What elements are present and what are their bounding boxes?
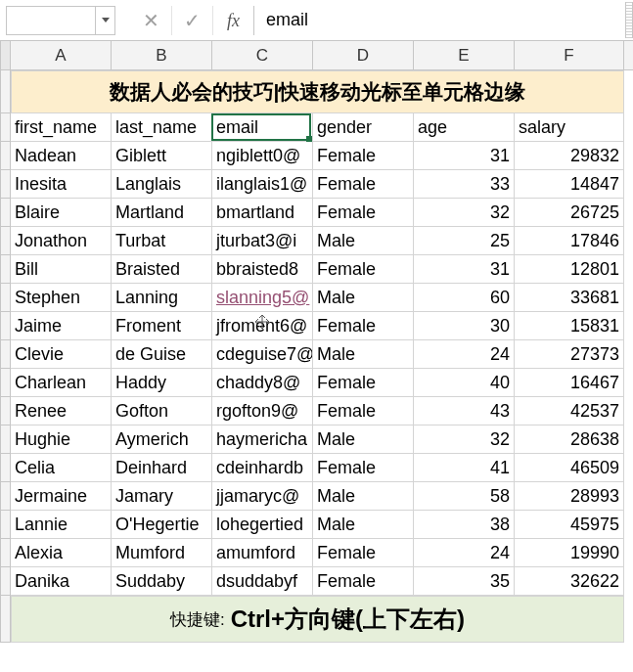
cell-gender[interactable]: Female — [313, 142, 414, 170]
cell-salary[interactable]: 45975 — [515, 511, 624, 539]
row-gutter[interactable] — [1, 397, 11, 426]
cell-last-name[interactable]: Deinhard — [112, 454, 212, 482]
col-header-E[interactable]: E — [414, 41, 515, 69]
row-gutter[interactable] — [1, 170, 11, 199]
cell-salary[interactable]: 27373 — [515, 340, 624, 369]
cell-salary[interactable]: 29832 — [515, 142, 624, 170]
cell-first-name[interactable]: Renee — [11, 397, 112, 426]
cell-salary[interactable]: 14847 — [515, 170, 624, 199]
cell-first-name[interactable]: Nadean — [11, 142, 112, 170]
cell-last-name[interactable]: Braisted — [112, 255, 212, 284]
cell-age[interactable]: 60 — [414, 284, 515, 312]
select-all-corner[interactable] — [1, 41, 11, 69]
cell-gender[interactable]: Female — [313, 170, 414, 199]
col-header-F[interactable]: F — [515, 41, 624, 69]
cell-first-name[interactable]: Clevie — [11, 340, 112, 369]
cell-age[interactable]: 30 — [414, 312, 515, 340]
cell-first-name[interactable]: Jaime — [11, 312, 112, 340]
hdr-salary[interactable]: salary — [515, 113, 624, 142]
cell-first-name[interactable]: Celia — [11, 454, 112, 482]
hdr-email[interactable]: email — [212, 113, 313, 142]
cell-email[interactable]: jfroment6@ — [212, 312, 313, 340]
row-gutter[interactable] — [1, 596, 11, 643]
insert-function-button[interactable]: fx — [213, 6, 254, 35]
row-gutter[interactable] — [1, 340, 11, 369]
cell-gender[interactable]: Female — [313, 199, 414, 227]
cell-last-name[interactable]: Gofton — [112, 397, 212, 426]
cell-email[interactable]: rgofton9@ — [212, 397, 313, 426]
cell-gender[interactable]: Female — [313, 454, 414, 482]
cell-last-name[interactable]: Aymerich — [112, 426, 212, 454]
sheet-grid[interactable]: 数据人必会的技巧|快速移动光标至单元格边缘 first_name last_na… — [0, 70, 633, 643]
cell-email[interactable]: lohegertied — [212, 511, 313, 539]
cell-salary[interactable]: 32622 — [515, 567, 624, 596]
cell-gender[interactable]: Female — [313, 539, 414, 567]
cell-email[interactable]: ilanglais1@ — [212, 170, 313, 199]
row-gutter[interactable] — [1, 199, 11, 227]
cell-first-name[interactable]: Blaire — [11, 199, 112, 227]
cell-first-name[interactable]: Lannie — [11, 511, 112, 539]
cell-first-name[interactable]: Charlean — [11, 369, 112, 397]
cell-first-name[interactable]: Jermaine — [11, 482, 112, 511]
cell-last-name[interactable]: Suddaby — [112, 567, 212, 596]
cell-email[interactable]: cdeguise7@ — [212, 340, 313, 369]
cell-salary[interactable]: 19990 — [515, 539, 624, 567]
cell-last-name[interactable]: Giblett — [112, 142, 212, 170]
cell-salary[interactable]: 12801 — [515, 255, 624, 284]
cell-salary[interactable]: 42537 — [515, 397, 624, 426]
cell-last-name[interactable]: Haddy — [112, 369, 212, 397]
cell-gender[interactable]: Male — [313, 284, 414, 312]
cell-gender[interactable]: Male — [313, 426, 414, 454]
cell-email[interactable]: jjamaryc@ — [212, 482, 313, 511]
cell-last-name[interactable]: O'Hegertie — [112, 511, 212, 539]
cell-email[interactable]: dsuddabyf — [212, 567, 313, 596]
footer-merged-cell[interactable]: 快捷键: Ctrl+方向键(上下左右) — [11, 596, 624, 643]
cell-gender[interactable]: Female — [313, 369, 414, 397]
cell-age[interactable]: 33 — [414, 170, 515, 199]
cell-email[interactable]: ngiblett0@ — [212, 142, 313, 170]
cell-age[interactable]: 32 — [414, 199, 515, 227]
col-header-C[interactable]: C — [212, 41, 313, 69]
cell-gender[interactable]: Male — [313, 340, 414, 369]
row-gutter[interactable] — [1, 454, 11, 482]
cell-last-name[interactable]: Froment — [112, 312, 212, 340]
cell-email[interactable]: bbraisted8 — [212, 255, 313, 284]
cell-age[interactable]: 58 — [414, 482, 515, 511]
row-gutter[interactable] — [1, 113, 11, 142]
cell-age[interactable]: 40 — [414, 369, 515, 397]
cell-last-name[interactable]: de Guise — [112, 340, 212, 369]
cell-age[interactable]: 38 — [414, 511, 515, 539]
row-gutter[interactable] — [1, 70, 11, 113]
cell-gender[interactable]: Female — [313, 397, 414, 426]
cell-salary[interactable]: 26725 — [515, 199, 624, 227]
cell-salary[interactable]: 28993 — [515, 482, 624, 511]
hdr-gender[interactable]: gender — [313, 113, 414, 142]
cell-salary[interactable]: 16467 — [515, 369, 624, 397]
cell-age[interactable]: 41 — [414, 454, 515, 482]
row-gutter[interactable] — [1, 142, 11, 170]
hdr-last-name[interactable]: last_name — [112, 113, 212, 142]
col-header-D[interactable]: D — [313, 41, 414, 69]
row-gutter[interactable] — [1, 227, 11, 255]
row-gutter[interactable] — [1, 482, 11, 511]
cell-gender[interactable]: Female — [313, 567, 414, 596]
formula-input[interactable] — [254, 6, 625, 35]
cell-age[interactable]: 25 — [414, 227, 515, 255]
name-box-dropdown[interactable] — [96, 6, 115, 35]
cell-age[interactable]: 35 — [414, 567, 515, 596]
cell-gender[interactable]: Male — [313, 482, 414, 511]
row-gutter[interactable] — [1, 255, 11, 284]
cell-gender[interactable]: Male — [313, 227, 414, 255]
cell-last-name[interactable]: Mumford — [112, 539, 212, 567]
cancel-button[interactable]: ✕ — [131, 6, 172, 35]
cell-last-name[interactable]: Lanning — [112, 284, 212, 312]
cell-email[interactable]: haymericha — [212, 426, 313, 454]
cell-first-name[interactable]: Jonathon — [11, 227, 112, 255]
row-gutter[interactable] — [1, 312, 11, 340]
cell-gender[interactable]: Female — [313, 312, 414, 340]
cell-first-name[interactable]: Bill — [11, 255, 112, 284]
cell-age[interactable]: 32 — [414, 426, 515, 454]
cell-first-name[interactable]: Hughie — [11, 426, 112, 454]
cell-first-name[interactable]: Inesita — [11, 170, 112, 199]
cell-age[interactable]: 43 — [414, 397, 515, 426]
